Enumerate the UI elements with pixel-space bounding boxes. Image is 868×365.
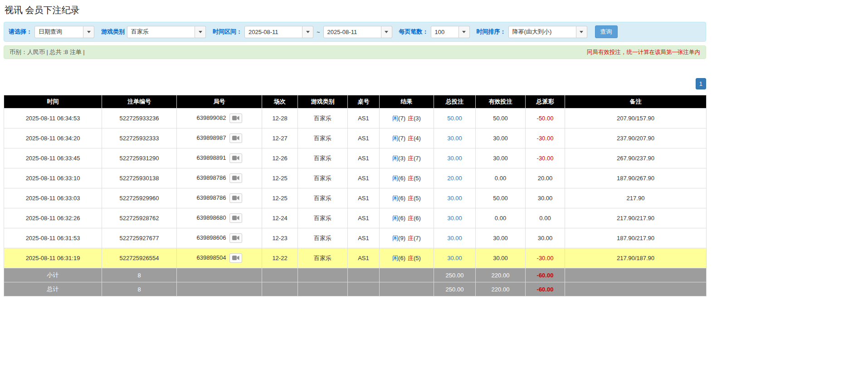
round-id-text: 639898680 <box>196 214 226 221</box>
time-cell: 2025-08-11 06:31:19 <box>4 248 102 268</box>
header-round-id: 局号 <box>177 95 262 109</box>
chevron-down-icon <box>306 31 310 33</box>
total-bet-link[interactable]: 30.00 <box>447 195 462 202</box>
view-video-button[interactable] <box>229 173 242 183</box>
total-bet-link[interactable]: 30.00 <box>447 135 462 142</box>
total-bet-link[interactable]: 50.00 <box>447 115 462 122</box>
player-score: (7) <box>398 115 405 122</box>
query-type-input[interactable] <box>34 26 83 38</box>
page-size-dropdown-button[interactable] <box>459 26 470 38</box>
chevron-down-icon <box>580 31 583 33</box>
total-label: 总计 <box>4 282 102 296</box>
page-content: 视讯 会员下注纪录 请选择： 游戏类别 时间区间： ~ 每页笔数： 时间排序： <box>4 0 706 296</box>
total-total-bet: 250.00 <box>434 282 476 296</box>
header-total-bet: 总投注 <box>434 95 476 109</box>
payout-cell: 30.00 <box>526 188 565 208</box>
total-valid-bet: 220.00 <box>476 282 526 296</box>
pagination: 1 <box>4 78 706 89</box>
player-score: (3) <box>398 155 405 162</box>
round-id-text: 639898987 <box>196 134 226 141</box>
total-count: 8 <box>102 282 177 296</box>
session-cell: 12-24 <box>262 208 298 228</box>
payout-cell: 0.00 <box>526 208 565 228</box>
time-sort-dropdown-button[interactable] <box>576 26 587 38</box>
view-video-button[interactable] <box>229 153 242 163</box>
total-bet-link[interactable]: 20.00 <box>447 175 462 182</box>
total-bet-cell: 30.00 <box>434 148 476 168</box>
subtotal-valid-bet: 220.00 <box>476 268 526 282</box>
valid-bet-cell: 30.00 <box>476 248 526 268</box>
total-bet-link[interactable]: 30.00 <box>447 155 462 162</box>
table-row: 2025-08-11 06:31:19 522725926554 6398985… <box>4 248 707 268</box>
valid-bet-cell: 0.00 <box>476 168 526 188</box>
table-row: 2025-08-11 06:33:10 522725930138 6398987… <box>4 168 707 188</box>
bet-id-cell: 522725928762 <box>102 208 177 228</box>
player-result: 闲 <box>392 215 398 222</box>
banker-score: (7) <box>414 235 421 242</box>
session-cell: 12-25 <box>262 168 298 188</box>
game-type-input[interactable] <box>127 26 195 38</box>
view-video-button[interactable] <box>229 133 242 143</box>
chevron-down-icon <box>199 31 202 33</box>
time-cell: 2025-08-11 06:33:03 <box>4 188 102 208</box>
table-row: 2025-08-11 06:33:45 522725931290 6398988… <box>4 148 707 168</box>
table-no-cell: AS1 <box>348 248 380 268</box>
page-size-input[interactable] <box>431 26 459 38</box>
player-result: 闲 <box>392 195 398 202</box>
remark-cell: 267.90/237.90 <box>565 148 707 168</box>
search-button[interactable]: 查询 <box>595 25 618 38</box>
game-type-cell: 百家乐 <box>298 109 348 128</box>
bet-id-cell: 522725926554 <box>102 248 177 268</box>
view-video-button[interactable] <box>229 193 242 203</box>
result-cell: 闲(6)庄(6) <box>380 208 434 228</box>
session-cell: 12-23 <box>262 228 298 248</box>
header-result: 结果 <box>380 95 434 109</box>
date-from-combobox <box>244 26 313 38</box>
view-video-button[interactable] <box>229 113 242 123</box>
date-from-dropdown-button[interactable] <box>302 26 313 38</box>
payout-cell: -30.00 <box>526 148 565 168</box>
round-id-text: 639898606 <box>196 234 226 241</box>
game-type-dropdown-button[interactable] <box>195 26 206 38</box>
round-id-cell: 639899082 <box>177 109 262 128</box>
date-to-input[interactable] <box>323 26 381 38</box>
banker-result: 庄 <box>408 115 414 122</box>
view-video-button[interactable] <box>229 253 242 263</box>
query-type-dropdown-button[interactable] <box>83 26 94 38</box>
player-result: 闲 <box>392 235 398 242</box>
player-score: (6) <box>398 215 405 222</box>
currency-summary-text: 币别：人民币 | 总共 :8 注单 | <box>10 48 85 56</box>
video-camera-icon <box>232 235 239 241</box>
remark-cell: 237.90/207.90 <box>565 128 707 148</box>
banker-score: (6) <box>414 215 421 222</box>
total-bet-cell: 30.00 <box>434 188 476 208</box>
game-type-cell: 百家乐 <box>298 228 348 248</box>
result-cell: 闲(6)庄(5) <box>380 188 434 208</box>
date-from-input[interactable] <box>244 26 302 38</box>
game-type-cell: 百家乐 <box>298 148 348 168</box>
video-camera-icon <box>232 175 239 181</box>
banker-result: 庄 <box>408 135 414 142</box>
total-bet-link[interactable]: 30.00 <box>447 215 462 222</box>
session-cell: 12-22 <box>262 248 298 268</box>
valid-bet-cell: 50.00 <box>476 188 526 208</box>
subtotal-total-bet: 250.00 <box>434 268 476 282</box>
time-sort-input[interactable] <box>508 26 576 38</box>
view-video-button[interactable] <box>229 213 242 223</box>
total-row: 总计 8 250.00 220.00 -60.00 <box>4 282 707 296</box>
player-result: 闲 <box>392 175 398 182</box>
page-1-button[interactable]: 1 <box>696 78 706 89</box>
view-video-button[interactable] <box>229 233 242 243</box>
total-bet-link[interactable]: 30.00 <box>447 255 462 261</box>
round-id-text: 639899082 <box>196 114 226 121</box>
total-bet-cell: 30.00 <box>434 208 476 228</box>
total-bet-link[interactable]: 30.00 <box>447 235 462 242</box>
payout-cell: -30.00 <box>526 248 565 268</box>
bet-id-cell: 522725933236 <box>102 109 177 128</box>
total-bet-cell: 20.00 <box>434 168 476 188</box>
table-row: 2025-08-11 06:34:53 522725933236 6398990… <box>4 109 707 128</box>
table-no-cell: AS1 <box>348 109 380 128</box>
table-header-row: 时间 注单编号 局号 场次 游戏类别 桌号 结果 总投注 有效投注 总派彩 备注 <box>4 95 707 109</box>
date-to-dropdown-button[interactable] <box>381 26 392 38</box>
result-cell: 闲(7)庄(4) <box>380 128 434 148</box>
